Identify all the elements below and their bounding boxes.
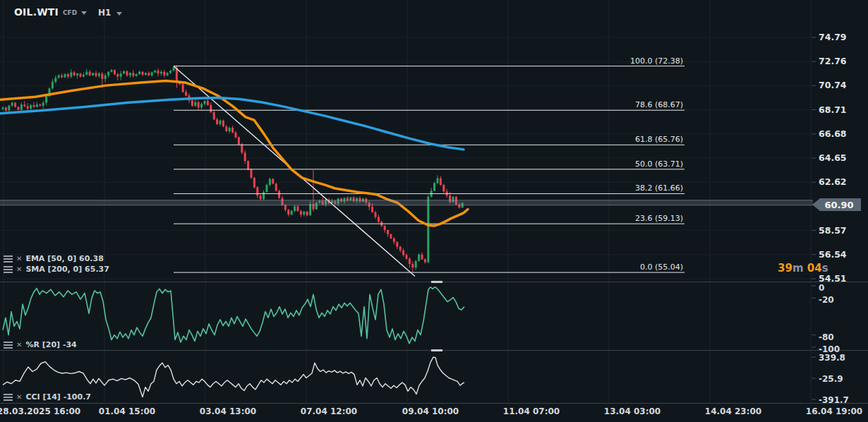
candlestick [244,152,246,161]
chart-canvas[interactable] [0,0,868,422]
fibonacci-level-label: 50.0 (63.71) [635,159,683,169]
candlestick [284,205,287,210]
williams-r-peak-marker [431,281,442,283]
price-tick-label: 62.62 [819,176,847,187]
fibonacci-level-label: 100.0 (72.38) [630,56,683,66]
price-tick-label: 72.76 [819,56,847,66]
candlestick [18,107,20,109]
candle-close-countdown: 39m 04s [778,262,828,275]
indicator-remove-icon[interactable]: ✕ [16,255,22,263]
price-tick-label: 70.74 [819,80,847,90]
candlestick [191,100,193,106]
candlestick [275,183,277,191]
instrument-selector[interactable]: OIL.WTI CFD [14,6,87,18]
indicator-settings-icon[interactable] [4,394,13,401]
candlestick [67,74,69,76]
candlestick [76,73,78,76]
candlestick [114,70,116,74]
candlestick [116,74,119,76]
candlestick [45,96,47,102]
candlestick [427,197,429,263]
candlestick [402,251,404,255]
candlestick [145,73,147,75]
candlestick [163,72,165,76]
fibonacci-level-label: 0.0 (55.04) [640,263,683,272]
countdown-seconds: 04 [807,262,822,275]
sma-legend-label: SMA [200, 0] 65.37 [25,265,109,274]
candlestick [387,230,389,234]
indicator-remove-icon[interactable]: ✕ [16,394,22,401]
candlestick [294,206,296,211]
candlestick [135,74,138,76]
candlestick [23,104,25,107]
candlestick [85,72,88,75]
candlestick [132,73,134,76]
ema-legend-label: EMA [50, 0] 60.38 [25,254,103,263]
price-tick-label: 58.57 [819,225,847,236]
candlestick [371,207,373,212]
cci-legend-label: CCI [14] -100.7 [25,392,91,402]
candlestick [89,72,91,76]
candlestick [229,128,231,131]
candlestick [306,212,308,215]
time-tick-label: 14.04 23:00 [705,406,761,416]
chevron-down-icon [116,12,122,16]
candlestick [409,259,411,265]
time-tick-label: 01.04 15:00 [99,406,155,416]
indicator-settings-icon[interactable] [4,342,13,349]
instrument-type-badge: CFD [63,9,77,16]
candlestick [235,133,237,138]
candlestick [92,73,94,75]
candlestick [73,73,76,76]
candlestick [2,107,4,109]
candlestick [98,73,100,76]
candlestick [291,211,293,215]
price-tick-label: 54.51 [819,273,847,284]
candlestick [151,73,153,76]
candlestick [238,137,240,144]
candlestick [83,75,85,77]
candlestick [42,103,44,106]
candlestick [123,71,125,73]
candlestick [52,82,54,88]
candlestick [424,259,426,262]
candlestick [11,103,13,106]
current-price-band [0,200,813,205]
candlestick [5,107,7,110]
candlestick [138,72,140,74]
candlestick [263,192,265,199]
candlestick [241,145,243,153]
indicator-remove-icon[interactable]: ✕ [16,266,22,273]
ema-indicator-legend: ✕ EMA [50, 0] 60.38 [4,254,104,263]
candlestick [411,264,414,267]
candlestick [204,101,206,104]
trading-chart-window: OIL.WTI CFD H1 ✕ EMA [50, 0] 60.38 ✕ SMA… [0,0,868,422]
time-tick-label: 09.04 10:00 [402,406,459,416]
candlestick [396,242,398,247]
candlestick [167,73,169,75]
price-tick-label: 66.68 [819,128,847,139]
candlestick [260,195,262,199]
candlestick [160,72,162,74]
candlestick [173,68,175,71]
candlestick [375,212,377,217]
candlestick [349,198,351,200]
candlestick [415,261,417,267]
candlestick [154,71,156,73]
indicator-remove-icon[interactable]: ✕ [16,342,22,349]
time-tick-label: 16.04 19:00 [806,406,862,416]
timeframe-selector[interactable]: H1 [98,8,122,18]
candlestick [287,210,289,215]
candlestick [225,126,227,131]
williams-r-tick-label: 0 [819,283,824,293]
candlestick [309,204,311,215]
fibonacci-level-label: 23.6 (59.13) [635,214,683,223]
candlestick [442,185,445,191]
candlestick [111,70,113,72]
candlestick [70,73,72,77]
candlestick [219,121,222,124]
candlestick [384,226,386,230]
time-tick-label: 03.04 13:00 [200,406,256,416]
indicator-settings-icon[interactable] [4,255,13,263]
indicator-settings-icon[interactable] [4,266,13,273]
